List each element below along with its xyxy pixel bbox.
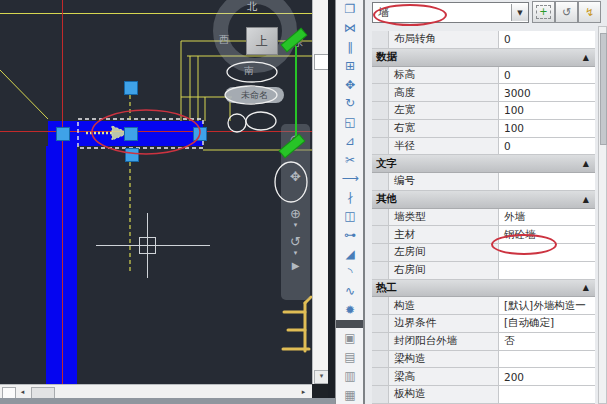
showmotion-icon[interactable]: ▶ bbox=[292, 261, 300, 271]
collapse-icon[interactable]: ▲ bbox=[583, 283, 589, 292]
property-value[interactable]: 外墙 bbox=[499, 209, 595, 226]
property-value[interactable] bbox=[499, 351, 595, 368]
pan-hand-icon[interactable]: ✥ bbox=[290, 170, 301, 183]
property-label: 高度 bbox=[389, 84, 499, 101]
property-value[interactable]: 否 bbox=[499, 333, 595, 350]
property-value[interactable]: 100 bbox=[499, 120, 595, 137]
row-construction: 构造 [默认]外墙构造一 bbox=[372, 297, 595, 315]
orbit-icon[interactable]: ↺ bbox=[290, 235, 301, 248]
rotate-icon[interactable]: ↻ bbox=[338, 94, 362, 113]
bring-to-front-icon[interactable]: ▣ bbox=[338, 329, 362, 348]
steering-wheel-icon[interactable]: ◎ bbox=[290, 133, 301, 146]
send-under-icon[interactable]: ▦ bbox=[338, 385, 362, 404]
property-value[interactable]: 3000 bbox=[499, 84, 595, 101]
scale-icon[interactable]: ◱ bbox=[338, 113, 362, 132]
section-header-text[interactable]: 文字 ▲ bbox=[372, 155, 595, 173]
object-type-dropdown[interactable]: 墙 ▼ bbox=[372, 2, 529, 23]
edit-spline-icon[interactable]: ∿ bbox=[338, 282, 362, 301]
viewcube-west-label[interactable]: 西 bbox=[219, 33, 229, 47]
quick-select-button[interactable]: + bbox=[532, 1, 555, 23]
explode-icon[interactable]: ✹ bbox=[338, 301, 362, 320]
row-gutter bbox=[372, 315, 389, 332]
row-beam-height: 梁高 200 bbox=[372, 368, 595, 386]
section-header-data[interactable]: 数据 ▲ bbox=[372, 49, 595, 67]
scroll-left-button[interactable]: ◂ bbox=[17, 387, 28, 397]
move-icon[interactable]: ✥ bbox=[338, 75, 362, 94]
extend-icon[interactable]: ⟶ bbox=[338, 169, 362, 188]
collapse-icon[interactable]: ▲ bbox=[583, 53, 589, 62]
trim-icon[interactable]: ✂ bbox=[338, 150, 362, 169]
section-header-other[interactable]: 其他 ▲ bbox=[372, 191, 595, 209]
property-value[interactable]: [默认]外墙构造一 bbox=[499, 297, 595, 314]
bring-above-icon[interactable]: ▥ bbox=[338, 367, 362, 386]
array-icon[interactable]: ⊞ bbox=[338, 56, 362, 75]
row-layout-angle: 布局转角 0 bbox=[372, 31, 595, 49]
property-value[interactable] bbox=[499, 262, 595, 279]
chamfer-icon[interactable]: ◢ bbox=[338, 244, 362, 263]
drawing-canvas[interactable]: 北 西 东 南 上 未命名 ◎ ✥ ⊕ ▾ ↺ ▾ ▶ bbox=[0, 0, 335, 404]
property-label: 半径 bbox=[389, 138, 499, 155]
app-window: 北 西 东 南 上 未命名 ◎ ✥ ⊕ ▾ ↺ ▾ ▶ bbox=[0, 0, 607, 404]
property-value[interactable]: 200 bbox=[499, 368, 595, 385]
copy-icon[interactable]: ❐ bbox=[338, 0, 362, 19]
property-value[interactable]: [自动确定] bbox=[499, 315, 595, 332]
join-icon[interactable]: ⊶ bbox=[338, 225, 362, 244]
property-rows: 布局转角 0 数据 ▲ 标高 0 高度 3000 左宽 100 bbox=[372, 31, 595, 404]
offset-icon[interactable]: ∥ bbox=[338, 38, 362, 57]
panel-scrollbar-thumb[interactable] bbox=[600, 33, 607, 145]
section-header-thermal[interactable]: 热工 ▲ bbox=[372, 280, 595, 298]
break-icon[interactable]: ◫ bbox=[338, 207, 362, 226]
navigation-bar[interactable]: ◎ ✥ ⊕ ▾ ↺ ▾ ▶ bbox=[281, 124, 310, 300]
section-title: 其他 bbox=[376, 192, 397, 206]
modify-toolbar: ❐ ⋈ ∥ ⊞ ✥ ↻ ◱ ⊿ ✂ ⟶ ∤ ◫ ⊶ ◢ ◝ ∿ ✹ ▣ ▤ ▥ … bbox=[335, 0, 364, 404]
vertical-scrollbar-thumb[interactable] bbox=[314, 54, 329, 70]
select-objects-button[interactable]: ↺ bbox=[555, 1, 578, 23]
property-value[interactable]: 钢砼墙 bbox=[499, 226, 595, 243]
panel-scrollbar[interactable] bbox=[598, 26, 607, 404]
property-value[interactable]: 100 bbox=[499, 102, 595, 119]
property-value[interactable] bbox=[499, 244, 595, 261]
canvas-vertical-scrollbar[interactable]: ▾ bbox=[312, 0, 329, 384]
property-value[interactable] bbox=[499, 386, 595, 403]
canvas-horizontal-scrollbar[interactable]: ◂ ▸ bbox=[0, 384, 312, 399]
property-label: 梁高 bbox=[389, 368, 499, 385]
mirror-icon[interactable]: ⋈ bbox=[338, 19, 362, 38]
property-value[interactable]: 0 bbox=[499, 138, 595, 155]
viewcube-south-label[interactable]: 南 bbox=[244, 64, 254, 78]
fillet-icon[interactable]: ◝ bbox=[338, 263, 362, 282]
row-gutter bbox=[372, 386, 389, 403]
property-label: 布局转角 bbox=[389, 31, 499, 48]
row-right-width: 右宽 100 bbox=[372, 120, 595, 138]
row-gutter bbox=[372, 297, 389, 314]
model-space[interactable]: 北 西 东 南 上 未命名 ◎ ✥ ⊕ ▾ ↺ ▾ ▶ bbox=[0, 0, 312, 384]
collapse-icon[interactable]: ▲ bbox=[583, 195, 589, 204]
zoom-dropdown-icon[interactable]: ▾ bbox=[294, 222, 298, 229]
scroll-right-button[interactable]: ▸ bbox=[298, 387, 309, 397]
viewcube-east-label[interactable]: 东 bbox=[293, 36, 303, 50]
collapse-icon[interactable]: ▲ bbox=[583, 159, 589, 168]
row-gutter bbox=[372, 368, 389, 385]
row-beam-construction: 梁构造 bbox=[372, 351, 595, 369]
stretch-icon[interactable]: ⊿ bbox=[338, 131, 362, 150]
row-slab-construction: 板构造 bbox=[372, 386, 595, 404]
property-label: 左宽 bbox=[389, 102, 499, 119]
property-value[interactable]: 0 bbox=[499, 67, 595, 84]
scroll-down-button[interactable]: ▾ bbox=[314, 370, 329, 384]
send-to-back-icon[interactable]: ▤ bbox=[338, 348, 362, 367]
zoom-icon[interactable]: ⊕ bbox=[290, 207, 301, 220]
row-left-room: 左房间 bbox=[372, 244, 595, 262]
viewcube-north-label[interactable]: 北 bbox=[247, 0, 257, 14]
property-label: 右房间 bbox=[389, 262, 499, 279]
break-at-point-icon[interactable]: ∤ bbox=[338, 188, 362, 207]
property-value[interactable]: 0 bbox=[499, 31, 595, 48]
toolbar-separator bbox=[336, 320, 364, 328]
select-objects-icon: ↺ bbox=[562, 6, 571, 19]
viewcube-top-face[interactable]: 上 bbox=[246, 27, 278, 55]
dropdown-arrow-icon[interactable]: ▼ bbox=[511, 4, 528, 21]
ucs-menu-chip[interactable]: 未命名 bbox=[225, 87, 284, 103]
property-value[interactable] bbox=[499, 173, 595, 190]
row-gutter bbox=[372, 31, 389, 48]
property-label: 左房间 bbox=[389, 244, 499, 261]
orbit-dropdown-icon[interactable]: ▾ bbox=[294, 250, 298, 257]
toggle-pickadd-button[interactable]: ↯ bbox=[578, 1, 601, 23]
